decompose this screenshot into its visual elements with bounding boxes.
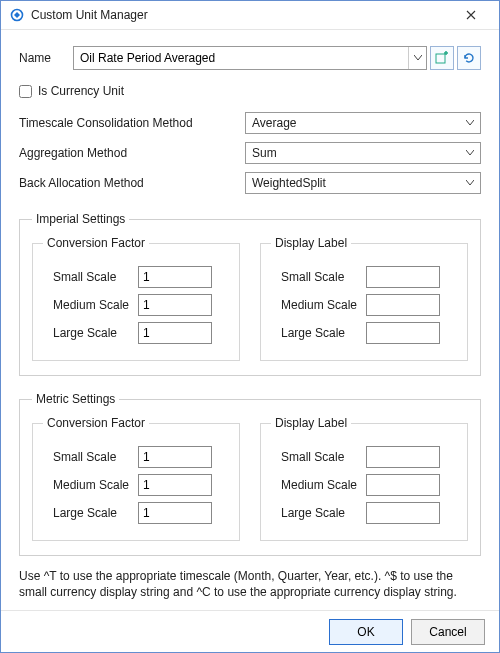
ok-button[interactable]: OK — [329, 619, 403, 645]
aggregation-label: Aggregation Method — [19, 146, 245, 160]
titlebar: Custom Unit Manager — [1, 1, 499, 30]
met-disp-large-label: Large Scale — [271, 506, 366, 520]
met-conv-small-input[interactable] — [138, 446, 212, 468]
imperial-legend: Imperial Settings — [32, 212, 129, 226]
name-combo-caret[interactable] — [408, 47, 426, 69]
metric-conversion-legend: Conversion Factor — [43, 416, 149, 430]
imperial-display-group: Display Label Small Scale Medium Scale L… — [260, 236, 468, 361]
dialog-footer: OK Cancel — [1, 610, 499, 652]
refresh-icon — [462, 51, 476, 65]
backalloc-label: Back Allocation Method — [19, 176, 245, 190]
imp-disp-small-label: Small Scale — [271, 270, 366, 284]
chevron-down-icon — [466, 150, 474, 156]
chevron-down-icon — [414, 55, 422, 61]
aggregation-select[interactable]: Sum — [245, 142, 481, 164]
name-input[interactable] — [74, 47, 408, 69]
imperial-conversion-group: Conversion Factor Small Scale Medium Sca… — [32, 236, 240, 361]
currency-label: Is Currency Unit — [38, 84, 124, 98]
imp-conv-small-input[interactable] — [138, 266, 212, 288]
met-conv-medium-input[interactable] — [138, 474, 212, 496]
backalloc-row: Back Allocation Method WeightedSplit — [19, 172, 481, 194]
currency-checkbox-row[interactable]: Is Currency Unit — [19, 84, 481, 98]
add-unit-button[interactable] — [430, 46, 454, 70]
met-disp-small-input[interactable] — [366, 446, 440, 468]
met-disp-large-input[interactable] — [366, 502, 440, 524]
imp-disp-medium-input[interactable] — [366, 294, 440, 316]
timescale-value: Average — [252, 116, 296, 130]
timescale-select[interactable]: Average — [245, 112, 481, 134]
metric-display-legend: Display Label — [271, 416, 351, 430]
close-button[interactable] — [451, 1, 491, 29]
met-conv-small-label: Small Scale — [43, 450, 138, 464]
timescale-row: Timescale Consolidation Method Average — [19, 112, 481, 134]
met-conv-large-input[interactable] — [138, 502, 212, 524]
metric-group: Metric Settings Conversion Factor Small … — [19, 392, 481, 556]
backalloc-value: WeightedSplit — [252, 176, 326, 190]
timescale-label: Timescale Consolidation Method — [19, 116, 245, 130]
imp-conv-large-input[interactable] — [138, 322, 212, 344]
metric-legend: Metric Settings — [32, 392, 119, 406]
currency-checkbox[interactable] — [19, 85, 32, 98]
chevron-down-icon — [466, 180, 474, 186]
chevron-down-icon — [466, 120, 474, 126]
window-title: Custom Unit Manager — [31, 8, 451, 22]
met-disp-small-label: Small Scale — [271, 450, 366, 464]
refresh-unit-button[interactable] — [457, 46, 481, 70]
imp-disp-small-input[interactable] — [366, 266, 440, 288]
met-disp-medium-input[interactable] — [366, 474, 440, 496]
backalloc-select[interactable]: WeightedSplit — [245, 172, 481, 194]
imperial-conversion-legend: Conversion Factor — [43, 236, 149, 250]
met-disp-medium-label: Medium Scale — [271, 478, 366, 492]
imperial-display-legend: Display Label — [271, 236, 351, 250]
imp-conv-large-label: Large Scale — [43, 326, 138, 340]
imp-conv-small-label: Small Scale — [43, 270, 138, 284]
imp-disp-medium-label: Medium Scale — [271, 298, 366, 312]
hint-text: Use ^T to use the appropriate timescale … — [19, 568, 481, 600]
met-conv-large-label: Large Scale — [43, 506, 138, 520]
name-combo[interactable] — [73, 46, 427, 70]
name-combo-wrap — [73, 46, 481, 70]
imp-conv-medium-input[interactable] — [138, 294, 212, 316]
imperial-group: Imperial Settings Conversion Factor Smal… — [19, 212, 481, 376]
app-icon — [9, 7, 25, 23]
imp-conv-medium-label: Medium Scale — [43, 298, 138, 312]
imp-disp-large-label: Large Scale — [271, 326, 366, 340]
add-icon — [435, 51, 449, 65]
aggregation-row: Aggregation Method Sum — [19, 142, 481, 164]
cancel-button[interactable]: Cancel — [411, 619, 485, 645]
metric-display-group: Display Label Small Scale Medium Scale L… — [260, 416, 468, 541]
imp-disp-large-input[interactable] — [366, 322, 440, 344]
name-label: Name — [19, 51, 73, 65]
metric-conversion-group: Conversion Factor Small Scale Medium Sca… — [32, 416, 240, 541]
dialog-content: Name — [1, 30, 499, 610]
aggregation-value: Sum — [252, 146, 277, 160]
met-conv-medium-label: Medium Scale — [43, 478, 138, 492]
svg-rect-1 — [436, 54, 445, 63]
close-icon — [466, 10, 476, 20]
name-row: Name — [19, 46, 481, 70]
